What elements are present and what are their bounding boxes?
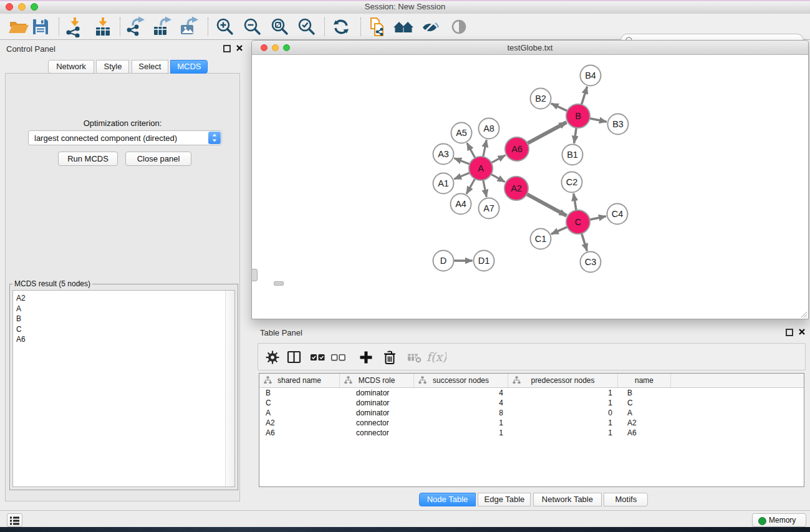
edge-C-C4[interactable] — [590, 216, 606, 220]
graph-node-D[interactable]: D — [433, 251, 454, 271]
edge-B-B2[interactable] — [551, 104, 567, 111]
column-header-successor-nodes[interactable]: successor nodes — [414, 374, 508, 387]
deselect-all-icon[interactable] — [330, 349, 347, 365]
criterion-select[interactable]: largest connected component (directed) — [28, 130, 222, 145]
graph-node-D1[interactable]: D1 — [474, 251, 494, 271]
column-header-mcds-role[interactable]: MCDS role — [340, 374, 414, 387]
show-view-icon[interactable] — [448, 16, 470, 37]
edge-B-B3[interactable] — [590, 118, 607, 122]
column-header-name[interactable]: name — [618, 374, 671, 387]
add-column-icon[interactable] — [358, 349, 374, 365]
graph-node-C[interactable]: C — [566, 210, 590, 234]
edge-A-A3[interactable] — [454, 158, 470, 165]
tab-select[interactable]: Select — [132, 60, 168, 74]
graph-node-C3[interactable]: C3 — [581, 252, 601, 273]
tab-node-table[interactable]: Node Table — [419, 493, 476, 506]
tab-network[interactable]: Network — [48, 60, 94, 74]
float-panel-icon[interactable] — [786, 329, 793, 336]
graph-node-A4[interactable]: A4 — [451, 194, 471, 215]
result-item[interactable]: C — [16, 324, 226, 335]
edge-A-A7[interactable] — [483, 180, 487, 197]
zoom-fit-icon[interactable] — [269, 16, 291, 37]
float-panel-icon[interactable] — [223, 45, 231, 52]
export-table-icon[interactable] — [152, 16, 173, 37]
zoom-out-icon[interactable] — [242, 16, 263, 37]
graph-node-B4[interactable]: B4 — [581, 65, 601, 86]
edge-A-A2[interactable] — [491, 174, 505, 181]
graph-node-A1[interactable]: A1 — [433, 173, 454, 194]
memory-button[interactable]: Memory — [752, 513, 806, 527]
edge-A-A1[interactable] — [454, 173, 470, 179]
result-scrollbar[interactable] — [225, 291, 234, 486]
delete-table-icon[interactable] — [407, 349, 423, 365]
column-visibility-icon[interactable] — [286, 349, 302, 365]
table-row[interactable]: Adominator80A — [259, 408, 804, 418]
export-network-icon[interactable] — [125, 16, 147, 37]
edge-B-B4[interactable] — [582, 87, 587, 105]
graph-node-A6[interactable]: A6 — [505, 137, 529, 161]
graph-node-A5[interactable]: A5 — [451, 123, 472, 143]
result-item[interactable]: A2 — [16, 293, 226, 304]
run-mcds-button[interactable]: Run MCDS — [58, 152, 118, 166]
graph-node-C4[interactable]: C4 — [607, 204, 628, 225]
table-row[interactable]: A2connector11A2 — [259, 418, 804, 428]
edge-A2-C[interactable] — [527, 194, 567, 216]
horizontal-splitter-handle[interactable] — [274, 281, 284, 286]
result-item[interactable]: A — [16, 304, 226, 314]
table-row[interactable]: Bdominator41B — [259, 388, 804, 398]
home-layout-icon[interactable] — [393, 16, 414, 37]
import-network-icon[interactable] — [64, 16, 85, 37]
tab-edge-table[interactable]: Edge Table — [478, 493, 531, 506]
edge-A6-B[interactable] — [528, 122, 567, 143]
splitter-grip[interactable] — [251, 269, 258, 281]
edge-A-A5[interactable] — [467, 143, 475, 158]
edge-A-A4[interactable] — [466, 179, 475, 194]
tab-style[interactable]: Style — [96, 60, 129, 74]
graph-node-A3[interactable]: A3 — [433, 144, 454, 165]
export-image-icon[interactable] — [179, 16, 200, 37]
graph-node-B3[interactable]: B3 — [608, 114, 629, 135]
clone-network-icon[interactable] — [367, 16, 388, 37]
import-table-icon[interactable] — [92, 16, 113, 37]
graph-node-A[interactable]: A — [469, 157, 493, 180]
edge-C-C1[interactable] — [551, 227, 567, 235]
refresh-icon[interactable] — [330, 16, 352, 37]
network-canvas[interactable]: B4B2BB3A5A8A6A3B1AC2A1A2A4A7C4CC1DD1C3 — [253, 55, 808, 319]
graph-node-A2[interactable]: A2 — [504, 177, 528, 200]
settings-gear-icon[interactable] — [264, 349, 281, 365]
edge-C-C3[interactable] — [582, 233, 587, 251]
edge-C-C2[interactable] — [574, 193, 576, 210]
column-header-predecessor-nodes[interactable]: predecessor nodes — [508, 374, 618, 387]
graph-node-A7[interactable]: A7 — [479, 198, 499, 219]
hide-style-icon[interactable] — [420, 16, 441, 37]
graph-node-B[interactable]: B — [566, 104, 590, 128]
zoom-in-icon[interactable] — [215, 16, 236, 37]
open-file-icon[interactable] — [8, 16, 29, 37]
graph-node-A8[interactable]: A8 — [479, 118, 499, 139]
close-panel-button[interactable]: Close panel — [125, 152, 191, 166]
function-builder-icon[interactable]: f(x) — [425, 349, 446, 365]
close-panel-icon[interactable] — [235, 44, 244, 52]
resize-grip-icon[interactable] — [800, 311, 808, 318]
table-row[interactable]: A6connector11A6 — [259, 428, 804, 438]
graph-node-B1[interactable]: B1 — [562, 145, 583, 165]
table-row[interactable]: Cdominator41C — [259, 398, 804, 408]
edge-A-A8[interactable] — [483, 140, 487, 157]
save-session-icon[interactable] — [30, 16, 51, 37]
result-item[interactable]: A6 — [16, 334, 226, 345]
graph-node-C1[interactable]: C1 — [531, 229, 551, 249]
tab-network-table[interactable]: Network Table — [533, 493, 602, 506]
tab-mcds[interactable]: MCDS — [170, 60, 208, 74]
graph-node-C2[interactable]: C2 — [562, 172, 582, 193]
delete-column-icon[interactable] — [382, 349, 398, 365]
select-all-icon[interactable] — [310, 349, 326, 365]
close-panel-icon[interactable] — [798, 327, 806, 336]
task-history-button[interactable] — [7, 513, 22, 527]
zoom-selected-icon[interactable] — [296, 16, 317, 37]
result-item[interactable]: B — [16, 314, 226, 324]
column-header-shared-name[interactable]: shared name — [259, 374, 340, 387]
tab-motifs[interactable]: Motifs — [604, 493, 648, 506]
edge-A-A6[interactable] — [491, 155, 506, 163]
graph-node-B2[interactable]: B2 — [531, 89, 551, 109]
edge-B-B1[interactable] — [574, 128, 577, 143]
